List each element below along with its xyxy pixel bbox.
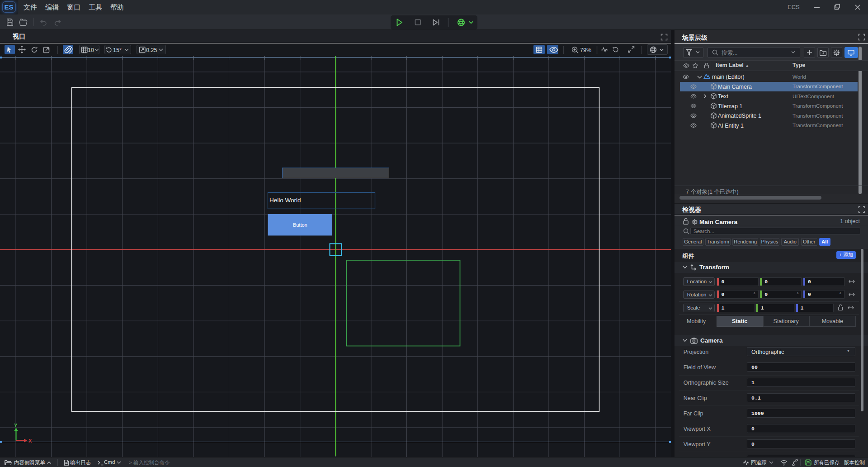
svg-text:15°: 15° [113, 47, 122, 53]
svg-text:Y: Y [14, 423, 18, 428]
svg-text:Button: Button [293, 222, 307, 228]
svg-text:Hello World: Hello World [269, 197, 301, 204]
svg-text:X: X [28, 438, 32, 443]
svg-text:0.25: 0.25 [146, 47, 157, 53]
svg-text:10: 10 [88, 47, 94, 53]
svg-text:79%: 79% [580, 47, 591, 53]
